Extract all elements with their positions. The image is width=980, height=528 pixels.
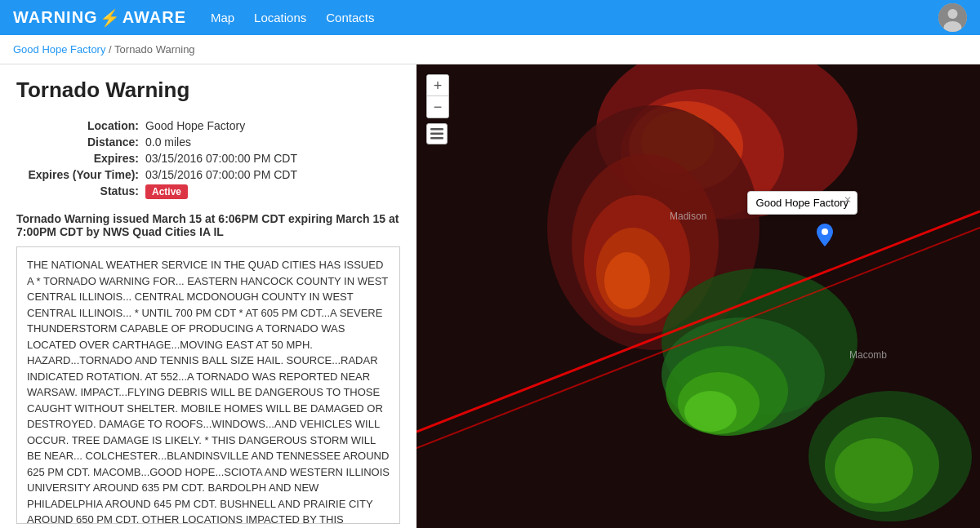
expires-row: Expires: 03/15/2016 07:00:00 PM CDT	[16, 152, 400, 165]
breadcrumb-parent[interactable]: Good Hope Factory	[13, 43, 105, 55]
lightning-icon: ⚡	[100, 8, 121, 28]
expires-local-label: Expires (Your Time):	[16, 168, 139, 181]
brand-text-1: Warning	[13, 8, 98, 27]
distance-row: Distance: 0.0 miles	[16, 135, 400, 149]
nav-locations[interactable]: Locations	[254, 11, 306, 24]
warning-text-box: THE NATIONAL WEATHER SERVICE IN THE QUAD…	[16, 246, 400, 524]
svg-point-1	[948, 9, 958, 19]
header: Warning ⚡ Aware Map Locations Contacts	[0, 0, 980, 35]
avatar[interactable]	[938, 3, 967, 32]
zoom-in-button[interactable]: +	[427, 75, 448, 96]
warning-text: THE NATIONAL WEATHER SERVICE IN THE QUAD…	[27, 259, 390, 524]
svg-point-20	[835, 438, 913, 504]
svg-text:Madison: Madison	[670, 211, 706, 222]
location-row: Location: Good Hope Factory	[16, 119, 400, 132]
page-title: Tornado Warning	[16, 78, 400, 103]
brand-text-2: Aware	[122, 8, 186, 27]
map-canvas: Madison Macomb	[416, 64, 980, 528]
svg-rect-25	[430, 128, 443, 131]
map-popup: Good Hope Factory ✕	[747, 191, 858, 215]
expires-label: Expires:	[16, 152, 139, 165]
zoom-out-button[interactable]: −	[427, 96, 448, 118]
map-panel: Madison Macomb + − Good Hope Factory	[416, 64, 980, 528]
status-label: Status:	[16, 184, 139, 197]
popup-label: Good Hope Factory	[756, 197, 849, 209]
distance-label: Distance:	[16, 135, 139, 149]
layers-icon	[430, 128, 443, 140]
breadcrumb-current: Tornado Warning	[114, 43, 195, 55]
svg-rect-26	[430, 133, 443, 135]
svg-point-17	[684, 391, 737, 432]
nav-map[interactable]: Map	[211, 11, 234, 24]
breadcrumb: Good Hope Factory / Tornado Warning	[0, 35, 980, 64]
location-value: Good Hope Factory	[145, 119, 245, 132]
popup-close-button[interactable]: ✕	[844, 194, 852, 206]
svg-point-12	[604, 252, 650, 309]
status-row: Status: Active	[16, 184, 400, 199]
info-table: Location: Good Hope Factory Distance: 0.…	[16, 119, 400, 199]
svg-point-28	[822, 229, 828, 235]
main-content: Tornado Warning Location: Good Hope Fact…	[0, 64, 980, 528]
map-layers-button[interactable]	[426, 123, 448, 144]
nav-contacts[interactable]: Contacts	[326, 11, 374, 24]
brand-logo: Warning ⚡ Aware	[13, 8, 186, 28]
expires-value: 03/15/2016 07:00:00 PM CDT	[145, 152, 297, 165]
expires-local-row: Expires (Your Time): 03/15/2016 07:00:00…	[16, 168, 400, 181]
location-pin	[817, 224, 833, 251]
svg-rect-27	[430, 137, 443, 140]
svg-text:Macomb: Macomb	[849, 349, 887, 361]
distance-value: 0.0 miles	[145, 135, 191, 149]
expires-local-value: 03/15/2016 07:00:00 PM CDT	[145, 168, 297, 181]
left-panel: Tornado Warning Location: Good Hope Fact…	[0, 64, 416, 528]
warning-headline: Tornado Warning issued March 15 at 6:06P…	[16, 212, 400, 238]
map-zoom-controls: + −	[426, 74, 449, 118]
main-nav: Map Locations Contacts	[211, 11, 390, 24]
location-label: Location:	[16, 119, 139, 132]
status-badge: Active	[145, 184, 188, 199]
